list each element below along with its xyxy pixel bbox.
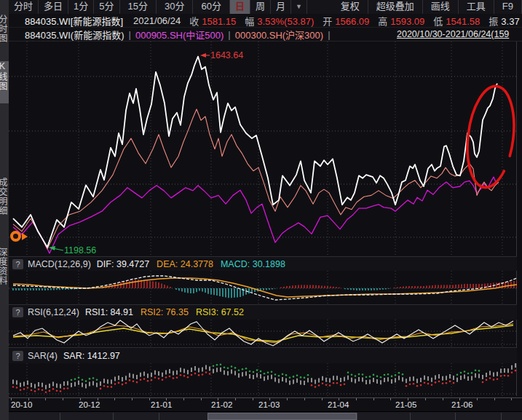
legend-item-1[interactable]: 000905.SH(中证500) (135, 28, 224, 41)
date-range-link[interactable]: 2020/10/30-2021/06/24(159 (397, 28, 522, 41)
symbol-title: 884035.WI[新能源指数] (25, 14, 123, 28)
axis-tick (201, 398, 202, 400)
legend-separator: | (228, 29, 230, 40)
legend-item-2[interactable]: 000300.SH(沪深300) (235, 28, 323, 41)
sidebar-tab-0[interactable]: 分时图 (0, 15, 9, 58)
indicator-value: RSI1: 84.91 (85, 307, 133, 317)
axis-label-20-10: 20-10 (11, 400, 32, 409)
period-tab-15分[interactable]: 15分 (120, 0, 157, 14)
rsi-svg (9, 320, 517, 347)
period-dropdown-caret-icon[interactable]: ▼ (291, 0, 307, 14)
sar-header: ? SAR(4) SAR: 1412.97 (9, 347, 517, 363)
macd-title[interactable]: MACD(12,26,9) (28, 259, 91, 269)
content-column: 分时多日1分5分15分30分60分日周月▼ 复权超级叠加画线工具F9 88403… (9, 0, 522, 420)
period-tab-多日[interactable]: 多日 (39, 0, 68, 14)
axis-label-20-12: 20-12 (79, 400, 100, 409)
quote-field-value: 3.37 (501, 16, 519, 27)
sar-chart-panel[interactable] (9, 363, 517, 396)
scrollbar-divider (501, 413, 502, 420)
scrollbar-thumb[interactable] (207, 413, 357, 420)
axis-label-21-01: 21-01 (151, 400, 172, 409)
quote-field: 振3.37 (489, 16, 519, 27)
tool-tab-超级叠加[interactable]: 超级叠加 (368, 0, 423, 14)
macd-values: DIF: 39.4727DEA: 24.3778MACD: 30.1898 (97, 259, 293, 269)
toolbar-spacer (307, 0, 333, 14)
sidebar-tab-label: 分时图 (0, 15, 9, 43)
period-tab-30分[interactable]: 30分 (157, 0, 193, 14)
indicator-value: DIF: 39.4727 (97, 259, 149, 269)
quote-field-label: 低 (433, 16, 443, 27)
tool-tab-F9[interactable]: F9 (494, 0, 522, 14)
sar-svg (9, 363, 517, 396)
sidebar-tab-2[interactable]: 成交明细 (0, 178, 9, 237)
period-tab-1分[interactable]: 1分 (68, 0, 94, 14)
tool-tab-画线[interactable]: 画线 (423, 0, 459, 14)
axis-tick (494, 398, 495, 400)
quote-field-label: 高 (378, 16, 387, 27)
scrollbar-divider (113, 413, 114, 420)
period-tab-分时[interactable]: 分时 (9, 0, 39, 14)
orange-marker-arrow-icon (22, 233, 28, 240)
indicator-value: SAR: 1412.97 (63, 351, 120, 361)
quote-field-value: 1566.09 (335, 16, 369, 27)
quote-field: 收1581.15 (189, 16, 236, 27)
axis-label-21-04: 21-04 (328, 400, 349, 409)
period-tab-周[interactable]: 周 (250, 0, 271, 14)
axis-label-21-03: 21-03 (258, 400, 280, 409)
scrollbar-divider (357, 413, 357, 420)
tool-tab-复权[interactable]: 复权 (333, 0, 368, 14)
axis-tick (149, 398, 150, 400)
horizontal-scrollbar[interactable] (9, 411, 522, 420)
legend-bar: 884035.WI(新能源指数)|000905.SH(中证500)|000300… (9, 28, 522, 41)
quote-date: 2021/06/24 (133, 15, 181, 26)
rsi-help-icon[interactable]: ? (12, 307, 23, 317)
axis-tick (63, 398, 63, 400)
series-line-2 (13, 57, 497, 247)
tool-tab-工具[interactable]: 工具 (459, 0, 494, 14)
axis-tick (477, 398, 478, 400)
rsi-chart-panel[interactable] (9, 320, 517, 347)
period-tab-60分[interactable]: 60分 (193, 0, 229, 14)
main-chart-panel[interactable]: 1643.641198.56 (9, 41, 517, 256)
rsi-header: ? RSI(6,12,24) RSI1: 84.91RSI2: 76.35RSI… (9, 304, 517, 320)
sidebar-tab-label: 成交明细 (0, 178, 9, 215)
period-tab-5分[interactable]: 5分 (94, 0, 119, 14)
axis-tick (356, 398, 357, 400)
scrollbar-divider (159, 413, 159, 420)
sar-help-icon[interactable]: ? (12, 351, 23, 361)
rsi-values: RSI1: 84.91RSI2: 76.35RSI3: 67.52 (85, 307, 251, 317)
sidebar-tab-label: 深度资料 (0, 247, 9, 285)
macd-help-icon[interactable]: ? (12, 259, 23, 269)
sar-values: SAR: 1412.97 (63, 351, 127, 361)
rsi-title[interactable]: RSI(6,12,24) (28, 307, 79, 317)
peak-arrowhead-icon (200, 53, 206, 58)
macd-chart-panel[interactable] (9, 271, 517, 304)
sidebar-tab-1[interactable]: K线图 (0, 61, 9, 103)
indicator-value: DEA: 24.3778 (157, 259, 213, 269)
period-tabs: 分时多日1分5分15分30分60分日周月▼ (9, 0, 307, 14)
period-tab-月[interactable]: 月 (271, 0, 291, 14)
period-tab-日[interactable]: 日 (230, 0, 250, 14)
axis-label-21-05: 21-05 (395, 400, 416, 409)
main-chart-svg: 1643.641198.56 (9, 41, 517, 256)
axis-tick (390, 398, 391, 400)
trading-app-window: 分时图K线图成交明细深度资料 分时多日1分5分15分30分60分日周月▼ 复权超… (0, 0, 522, 420)
quote-field: 幅3.53%(53.87) (245, 16, 314, 27)
axis-label-21-02: 21-02 (211, 400, 232, 409)
indicator-value: RSI3: 67.52 (196, 307, 244, 317)
sar-title[interactable]: SAR(4) (28, 351, 58, 361)
quote-field: 开1566.09 (323, 16, 369, 27)
legend-separator: | (328, 29, 330, 40)
quote-field: 高1593.09 (378, 16, 424, 27)
series-line-0 (13, 177, 497, 253)
sidebar-tab-3[interactable]: 深度资料 (0, 247, 9, 307)
orange-marker-icon (10, 231, 21, 242)
axis-tick (373, 398, 374, 400)
axis-tick (253, 398, 253, 400)
legend-item-0[interactable]: 884035.WI(新能源指数) (25, 28, 124, 41)
sidebar-tab-label: K线图 (0, 61, 9, 91)
macd-svg (9, 271, 517, 304)
axis-tick (114, 398, 115, 400)
quote-field-label: 振 (489, 16, 498, 27)
scrollbar-divider (60, 413, 60, 420)
